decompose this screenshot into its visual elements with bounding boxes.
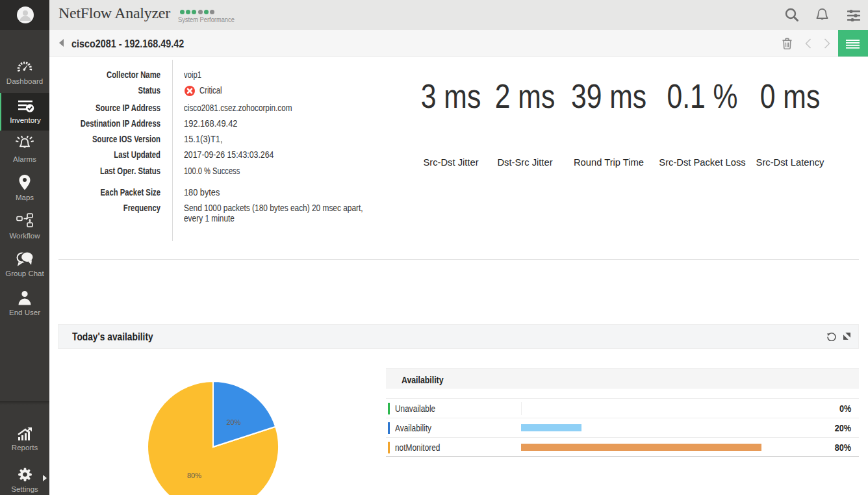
svg-text:80%: 80%: [187, 472, 201, 479]
svg-text:20%: 20%: [227, 418, 241, 426]
